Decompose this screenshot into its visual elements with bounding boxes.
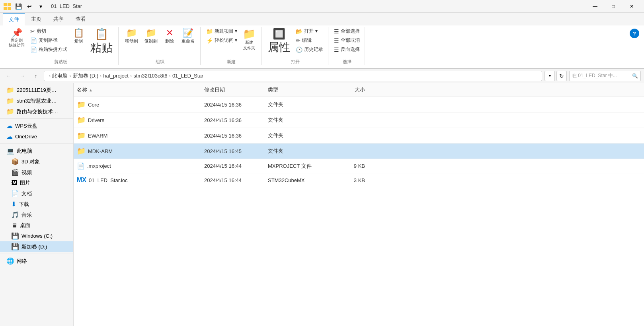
copy-button[interactable]: 📋 复制 xyxy=(70,27,86,46)
col-header-name[interactable]: 名称 ▲ xyxy=(74,85,201,95)
sidebar-item-folder3[interactable]: 📁 路由与交换技术… xyxy=(0,106,73,117)
path-sep-1: › xyxy=(69,73,71,79)
sidebar-item-desktop[interactable]: 🖥 桌面 xyxy=(0,220,73,231)
path-segment-ddrive: 新加卷 (D:) xyxy=(73,72,98,80)
table-row[interactable]: 📁 EWARM 2024/4/15 16:36 文件夹 xyxy=(74,128,644,144)
app-icon xyxy=(3,2,11,10)
path-sep-3: › xyxy=(130,73,132,79)
newfolder-button[interactable]: 📁 新建文件夹 xyxy=(240,27,258,52)
newitem-icon: 📁 xyxy=(206,28,213,35)
search-box[interactable]: 在 01_LED_Star 中... 🔍 xyxy=(569,71,641,81)
col-header-date[interactable]: 修改日期 xyxy=(201,85,265,95)
newitem-button[interactable]: 📁 新建项目 ▾ xyxy=(205,27,239,35)
selectnone-button[interactable]: ☰ 全部取消 xyxy=(332,36,361,45)
back-button[interactable]: ← xyxy=(3,70,14,82)
copyto-button[interactable]: 📁 复制到 xyxy=(142,27,160,46)
sidebar-item-folder2[interactable]: 📁 stm32智慧农业… xyxy=(0,95,73,106)
copy-icon: 📋 xyxy=(73,29,84,37)
tab-home[interactable]: 主页 xyxy=(25,13,47,25)
rename-button[interactable]: 📝 重命名 xyxy=(179,27,197,46)
file-name-ewarm: 📁 EWARM xyxy=(74,130,201,142)
picture-icon: 🖼 xyxy=(11,179,18,186)
minimize-button[interactable]: — xyxy=(586,0,604,13)
stm32-file-icon: MX xyxy=(77,177,86,184)
sidebar-item-download[interactable]: ⬇ 下载 xyxy=(0,199,73,210)
cut-button[interactable]: ✂ 剪切 xyxy=(29,27,69,35)
folder3-label: 路由与交换技术… xyxy=(17,108,58,115)
sidebar-item-folder1[interactable]: 📁 2205111E19夏… xyxy=(0,85,73,95)
paste-button[interactable]: 📋 粘贴 xyxy=(88,27,115,57)
sidebar-item-ddrive[interactable]: 💾 新加卷 (D:) xyxy=(0,241,73,252)
address-right-controls: ▾ ↻ xyxy=(544,71,567,81)
selectall-button[interactable]: ☰ 全部选择 xyxy=(332,27,361,35)
properties-icon: 🔲 xyxy=(273,29,285,39)
address-path[interactable]: ​ › 此电脑 › 新加卷 (D:) › hal_project › stm32… xyxy=(44,71,542,81)
table-row[interactable]: 📁 Drivers 2024/4/15 16:36 文件夹 xyxy=(74,113,644,128)
col-header-type[interactable]: 类型 xyxy=(265,85,328,95)
sort-indicator: ▲ xyxy=(89,88,93,92)
sidebar-item-music[interactable]: 🎵 音乐 xyxy=(0,210,73,220)
path-segment-stm: stm32f103c8t6 xyxy=(133,73,167,79)
quick-access-toolbar: 💾 ↩ ▾ xyxy=(14,2,45,11)
new-group: 📁 新建项目 ▾ ⚡ 轻松访问 ▾ 📁 新建文件夹 新建 xyxy=(201,27,262,65)
maximize-button[interactable]: □ xyxy=(604,0,623,13)
table-row[interactable]: MX 01_LED_Star.ioc 2024/4/15 16:44 STM32… xyxy=(74,173,644,187)
select-label: 选择 xyxy=(332,59,361,65)
sidebar-item-video[interactable]: 🎬 视频 xyxy=(0,167,73,178)
sidebar-item-picture[interactable]: 🖼 图片 xyxy=(0,178,73,188)
file-list[interactable]: 名称 ▲ 修改日期 类型 大小 📁 Core 2024/4/15 16:36 文… xyxy=(74,83,644,326)
delete-button[interactable]: ✕ 删除 xyxy=(162,27,178,46)
copy-path-button[interactable]: 📄 复制路径 xyxy=(29,36,69,45)
picture-label: 图片 xyxy=(20,179,30,186)
paste-shortcut-button[interactable]: 📄 粘贴快捷方式 xyxy=(29,45,69,54)
edit-button[interactable]: ✏ 编辑 xyxy=(294,36,325,45)
table-row[interactable]: 📁 Core 2024/4/15 16:36 文件夹 xyxy=(74,97,644,113)
file-date-mdk: 2024/4/15 16:45 xyxy=(201,147,265,156)
sidebar-item-onedrive[interactable]: ☁ OneDrive xyxy=(0,131,73,142)
history-icon: 🕐 xyxy=(296,47,302,53)
ribbon: 文件 主页 共享 查看 📌 固定到快速访问 ✂ 剪切 📄 复 xyxy=(0,13,644,69)
sidebar-item-doc[interactable]: 📄 文档 xyxy=(0,188,73,199)
pin-icon: 📌 xyxy=(12,29,22,37)
address-dropdown-button[interactable]: ▾ xyxy=(544,71,555,81)
pin-button[interactable]: 📌 固定到快速访问 xyxy=(6,27,27,49)
sidebar-item-wps[interactable]: ☁ WPS云盘 xyxy=(0,120,73,131)
qat-undo-button[interactable]: ↩ xyxy=(25,2,34,11)
up-button[interactable]: ↑ xyxy=(30,70,41,82)
sidebar-item-3dobj[interactable]: 📦 3D 对象 xyxy=(0,156,73,167)
moveto-button[interactable]: 📁 移动到 xyxy=(123,27,141,46)
search-icon: 🔍 xyxy=(632,73,638,79)
new-items: 📁 新建项目 ▾ ⚡ 轻松访问 ▾ 📁 新建文件夹 xyxy=(205,27,258,57)
file-date-ioc: 2024/4/15 16:44 xyxy=(201,176,265,185)
help-button[interactable]: ? xyxy=(630,29,639,38)
refresh-button[interactable]: ↻ xyxy=(556,71,567,81)
sidebar-item-network[interactable]: 🌐 网络 xyxy=(0,256,73,266)
sidebar-item-thispc[interactable]: 💻 此电脑 xyxy=(0,146,73,156)
properties-button[interactable]: 🔲 属性 xyxy=(265,27,293,56)
title-bar-left: 💾 ↩ ▾ 01_LED_Star xyxy=(3,2,82,11)
tab-share[interactable]: 共享 xyxy=(48,13,69,25)
rename-icon: 📝 xyxy=(183,29,193,37)
window-title: 01_LED_Star xyxy=(51,3,82,9)
svg-rect-0 xyxy=(4,3,7,6)
forward-button[interactable]: → xyxy=(17,70,28,82)
tab-file[interactable]: 文件 xyxy=(3,13,25,25)
close-button[interactable]: ✕ xyxy=(623,0,641,13)
table-row[interactable]: 📄 .mxproject 2024/4/15 16:44 MXPROJECT 文… xyxy=(74,159,644,173)
col-header-size[interactable]: 大小 xyxy=(328,85,368,95)
music-icon: 🎵 xyxy=(11,211,19,219)
qat-dropdown-button[interactable]: ▾ xyxy=(36,2,45,11)
qat-save-button[interactable]: 💾 xyxy=(14,2,23,11)
file-name-mxproject: 📄 .mxproject xyxy=(74,161,201,171)
easyaccess-button[interactable]: ⚡ 轻松访问 ▾ xyxy=(205,36,239,45)
download-label: 下载 xyxy=(19,201,29,208)
table-row[interactable]: 📁 MDK-ARM 2024/4/15 16:45 文件夹 xyxy=(74,144,644,159)
folder2-label: stm32智慧农业… xyxy=(17,97,57,105)
edit-icon: ✏ xyxy=(296,37,301,44)
tab-view[interactable]: 查看 xyxy=(70,13,92,25)
open-button[interactable]: 📂 打开 ▾ xyxy=(294,27,325,35)
history-button[interactable]: 🕐 历史记录 xyxy=(294,45,325,54)
folder2-icon: 📁 xyxy=(6,97,14,105)
sidebar-item-cdrive[interactable]: 💾 Windows (C:) xyxy=(0,231,73,241)
invertselect-button[interactable]: ☰ 反向选择 xyxy=(332,45,361,54)
